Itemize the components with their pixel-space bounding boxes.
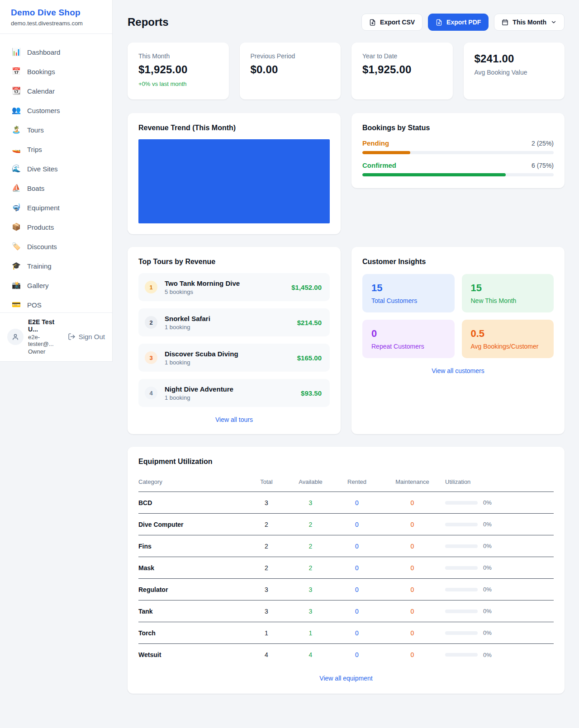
tour-name: Discover Scuba Diving xyxy=(165,350,290,358)
sidebar-item-label: Boats xyxy=(27,184,44,192)
utilization-bar-track xyxy=(445,588,478,591)
available-cell: 1 xyxy=(287,629,334,637)
sidebar-item-tours[interactable]: 🏝️Tours xyxy=(5,122,108,138)
sidebar-item-equipment[interactable]: 🤿Equipment xyxy=(5,199,108,216)
export-pdf-button[interactable]: Export PDF xyxy=(428,14,489,31)
tour-row-two-tank-morning-dive[interactable]: 1Two Tank Morning Dive5 bookings$1,452.0… xyxy=(138,273,330,301)
category-cell: Wetsuit xyxy=(138,651,246,658)
dive-sites-icon: 🌊 xyxy=(12,165,21,172)
sidebar-item-label: POS xyxy=(27,301,42,309)
sidebar-item-pos[interactable]: 💳POS xyxy=(5,297,108,313)
status-row-pending: Pending2 (25%) xyxy=(362,139,554,154)
tour-revenue: $214.50 xyxy=(297,319,322,326)
stat-value: $1,925.00 xyxy=(362,63,442,76)
total-cell: 2 xyxy=(246,564,287,572)
charts-row: Revenue Trend (This Month) Bookings by S… xyxy=(128,113,565,234)
revenue-trend-title: Revenue Trend (This Month) xyxy=(138,124,330,132)
utilization-bar-track xyxy=(445,523,478,526)
column-header-category: Category xyxy=(138,478,246,485)
utilization-bar-track xyxy=(445,631,478,635)
pos-icon: 💳 xyxy=(12,301,21,308)
total-cell: 3 xyxy=(246,586,287,593)
status-value: 2 (25%) xyxy=(532,140,554,147)
sidebar-item-label: Gallery xyxy=(27,282,49,289)
equipment-icon: 🤿 xyxy=(12,204,21,211)
header-actions: Export CSV Export PDF This Month xyxy=(361,14,565,31)
tour-info: Snorkel Safari1 booking xyxy=(165,315,290,331)
insight-tiles: 15Total Customers15New This Month0Repeat… xyxy=(362,274,554,358)
stat-value: $0.00 xyxy=(251,63,330,76)
gallery-icon: 📸 xyxy=(12,282,21,289)
sidebar-item-customers[interactable]: 👥Customers xyxy=(5,102,108,118)
tour-row-snorkel-safari[interactable]: 2Snorkel Safari1 booking$214.50 xyxy=(138,308,330,336)
table-header-row: CategoryTotalAvailableRentedMaintenanceU… xyxy=(138,472,554,492)
sidebar-item-trips[interactable]: 🚤Trips xyxy=(5,141,108,157)
available-cell: 2 xyxy=(287,564,334,572)
sign-out-icon xyxy=(68,333,76,340)
utilization-percent: 0% xyxy=(483,586,492,593)
rank-badge: 4 xyxy=(145,387,157,399)
utilization-bar-track xyxy=(445,653,478,657)
insight-tile-repeat-customers: 0Repeat Customers xyxy=(362,320,455,358)
discounts-icon: 🏷️ xyxy=(12,243,21,250)
tour-row-night-dive-adventure[interactable]: 4Night Dive Adventure1 booking$93.50 xyxy=(138,379,330,407)
dashboard-icon: 📊 xyxy=(12,48,21,56)
stat-value: $241.00 xyxy=(475,52,554,65)
tour-revenue: $93.50 xyxy=(301,389,322,397)
utilization-cell: 0% xyxy=(445,499,554,506)
top-tours-title: Top Tours by Revenue xyxy=(138,258,330,266)
category-cell: Regulator xyxy=(138,586,246,593)
tour-row-discover-scuba-diving[interactable]: 3Discover Scuba Diving1 booking$165.00 xyxy=(138,344,330,372)
sidebar-item-bookings[interactable]: 📅Bookings xyxy=(5,63,108,80)
rented-cell: 0 xyxy=(334,629,380,637)
sidebar-item-label: Discounts xyxy=(27,243,57,251)
sidebar-item-dive-sites[interactable]: 🌊Dive Sites xyxy=(5,161,108,177)
tour-bookings: 5 bookings xyxy=(165,288,284,295)
sidebar-item-boats[interactable]: ⛵Boats xyxy=(5,180,108,196)
status-progress-track xyxy=(362,151,554,154)
utilization-cell: 0% xyxy=(445,543,554,549)
top-tours-card: Top Tours by Revenue 1Two Tank Morning D… xyxy=(128,247,341,434)
sidebar-item-gallery[interactable]: 📸Gallery xyxy=(5,277,108,293)
sidebar-item-label: Bookings xyxy=(27,68,55,76)
total-cell: 1 xyxy=(246,629,287,637)
sidebar-item-dashboard[interactable]: 📊Dashboard xyxy=(5,44,108,60)
user-role: Owner xyxy=(28,348,63,355)
sign-out-button[interactable]: Sign Out xyxy=(68,333,106,340)
utilization-percent: 0% xyxy=(483,499,492,506)
period-selector[interactable]: This Month xyxy=(494,14,565,31)
utilization-cell: 0% xyxy=(445,629,554,636)
column-header-total: Total xyxy=(246,478,287,485)
available-cell: 3 xyxy=(287,608,334,615)
view-all-tours-link[interactable]: View all tours xyxy=(138,416,330,423)
sidebar-item-training[interactable]: 🎓Training xyxy=(5,258,108,274)
table-row-dive-computer: Dive Computer22000% xyxy=(138,514,554,535)
person-icon xyxy=(11,333,19,341)
main-content: Reports Export CSV Export PDF This Month… xyxy=(113,0,579,712)
tour-bookings: 1 booking xyxy=(165,324,290,331)
sidebar-item-calendar[interactable]: 📆Calendar xyxy=(5,83,108,99)
available-cell: 2 xyxy=(287,521,334,528)
export-csv-label: Export CSV xyxy=(380,19,415,26)
category-cell: Fins xyxy=(138,543,246,550)
sidebar-item-products[interactable]: 📦Products xyxy=(5,219,108,235)
stat-card-year-to-date: Year to Date$1,925.00 xyxy=(351,43,453,99)
rented-cell: 0 xyxy=(334,586,380,593)
sidebar: Demo Dive Shop demo.test.divestreams.com… xyxy=(0,0,113,362)
stats-row: This Month$1,925.00+0% vs last monthPrev… xyxy=(128,43,565,99)
view-all-equipment-link[interactable]: View all equipment xyxy=(138,675,554,682)
table-row-wetsuit: Wetsuit44000% xyxy=(138,644,554,666)
tour-info: Two Tank Morning Dive5 bookings xyxy=(165,279,284,295)
shop-name[interactable]: Demo Dive Shop xyxy=(11,8,101,18)
export-csv-button[interactable]: Export CSV xyxy=(361,14,422,31)
customer-insights-card: Customer Insights 15Total Customers15New… xyxy=(351,247,565,434)
bookings-by-status-card: Bookings by Status Pending2 (25%)Confirm… xyxy=(351,113,565,188)
category-cell: Torch xyxy=(138,629,246,637)
rented-cell: 0 xyxy=(334,564,380,572)
avatar xyxy=(7,329,24,345)
view-all-customers-link[interactable]: View all customers xyxy=(362,367,554,374)
insight-tile-total-customers: 15Total Customers xyxy=(362,274,455,312)
sidebar-item-discounts[interactable]: 🏷️Discounts xyxy=(5,238,108,255)
maintenance-cell: 0 xyxy=(380,651,445,658)
maintenance-cell: 0 xyxy=(380,564,445,572)
